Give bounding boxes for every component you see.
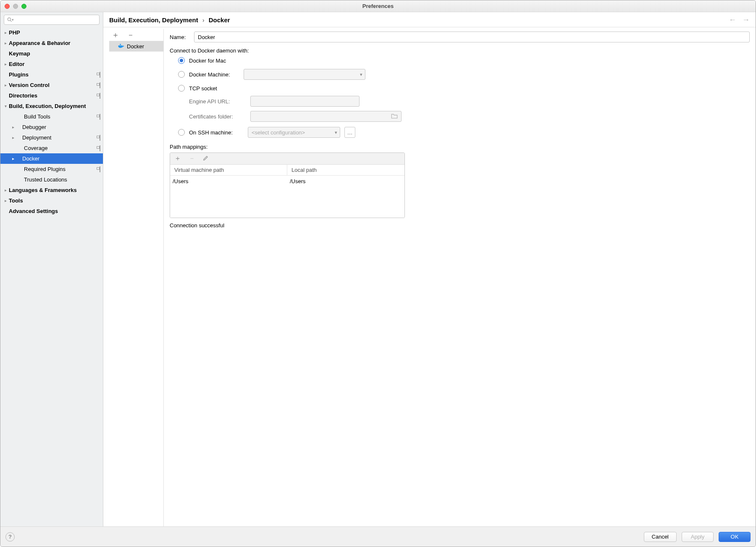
table-row[interactable]: /Users /Users: [170, 176, 404, 187]
chevron-right-icon: ▸: [10, 135, 16, 140]
project-scope-icon: [100, 167, 100, 172]
ok-button[interactable]: OK: [719, 532, 751, 542]
nav-back-button[interactable]: ←: [729, 16, 736, 24]
nav-forward-button[interactable]: →: [742, 16, 750, 24]
add-mapping-button[interactable]: ＋: [174, 154, 181, 163]
ssh-config-placeholder: <select configuration>: [252, 129, 305, 136]
sidebar-item-label: Build, Execution, Deployment: [9, 103, 86, 109]
project-scope-icon: [100, 72, 100, 77]
sidebar-item-version-control[interactable]: ▸Version Control: [0, 80, 103, 90]
certs-folder-label: Certificates folder:: [189, 113, 244, 120]
cell-local-path: /Users: [287, 176, 404, 187]
project-scope-icon: [100, 114, 100, 119]
chevron-right-icon: ›: [202, 16, 205, 24]
sidebar-item-label: Languages & Frameworks: [9, 187, 77, 193]
svg-rect-5: [120, 44, 121, 45]
edit-mapping-button[interactable]: [203, 155, 209, 162]
sidebar-item-coverage[interactable]: Coverage: [0, 143, 103, 153]
docker-machine-select[interactable]: ▾: [244, 69, 365, 80]
svg-point-0: [8, 18, 10, 21]
sidebar-item-label: Tools: [9, 197, 23, 204]
breadcrumb-parent[interactable]: Build, Execution, Deployment: [109, 16, 198, 24]
server-list-item[interactable]: Docker: [109, 41, 163, 52]
sidebar-item-build-tools[interactable]: Build Tools: [0, 111, 103, 122]
ssh-more-button[interactable]: …: [344, 127, 355, 138]
radio-ssh-label: On SSH machine:: [189, 129, 244, 136]
cancel-button[interactable]: Cancel: [644, 532, 677, 542]
sidebar-item-keymap[interactable]: Keymap: [0, 48, 103, 59]
preferences-window: Preferences ▾ ▸PHP▸Appearance & Behavior…: [0, 0, 756, 547]
sidebar-item-label: Plugins: [9, 71, 29, 78]
sidebar-item-tools[interactable]: ▸Tools: [0, 195, 103, 206]
sidebar-item-editor[interactable]: ▸Editor: [0, 59, 103, 69]
radio-tcp-socket[interactable]: [178, 85, 185, 92]
project-scope-icon: [100, 135, 100, 140]
radio-docker-for-mac-label: Docker for Mac: [189, 58, 226, 64]
sidebar-item-trusted-locations[interactable]: Trusted Locations: [0, 174, 103, 185]
chevron-down-icon: ▾: [360, 72, 362, 77]
sidebar-item-debugger[interactable]: ▸Debugger: [0, 122, 103, 132]
ssh-config-select[interactable]: <select configuration> ▾: [248, 127, 340, 138]
radio-tcp-socket-label: TCP socket: [189, 85, 217, 92]
path-mappings-label: Path mappings:: [170, 144, 750, 150]
engine-url-field[interactable]: [250, 96, 360, 107]
help-button[interactable]: ?: [5, 532, 15, 542]
apply-button[interactable]: Apply: [682, 532, 714, 542]
sidebar-item-php[interactable]: ▸PHP: [0, 27, 103, 38]
remove-mapping-button[interactable]: －: [189, 154, 195, 163]
settings-sidebar: ▾ ▸PHP▸Appearance & BehaviorKeymap▸Edito…: [0, 12, 103, 526]
chevron-right-icon: ▸: [2, 30, 9, 35]
sidebar-item-label: Build Tools: [24, 113, 50, 120]
folder-icon[interactable]: [391, 113, 398, 120]
col-local-path: Local path: [287, 165, 404, 175]
search-input[interactable]: ▾: [4, 15, 100, 25]
sidebar-item-languages-frameworks[interactable]: ▸Languages & Frameworks: [0, 185, 103, 195]
sidebar-item-directories[interactable]: Directories: [0, 90, 103, 101]
project-scope-icon: [100, 83, 100, 88]
dialog-footer: ? Cancel Apply OK: [0, 526, 756, 547]
chevron-right-icon: ▸: [2, 188, 9, 192]
sidebar-item-label: Required Plugins: [24, 166, 66, 172]
sidebar-item-label: Editor: [9, 61, 25, 67]
sidebar-item-deployment[interactable]: ▸Deployment: [0, 132, 103, 143]
breadcrumb: Build, Execution, Deployment › Docker: [109, 16, 230, 24]
server-list-panel: ＋ － Docker: [109, 29, 164, 526]
search-field[interactable]: [16, 17, 97, 23]
sidebar-item-label: Keymap: [9, 50, 30, 57]
search-dropdown-icon[interactable]: ▾: [12, 18, 14, 22]
chevron-right-icon: ▸: [10, 156, 16, 161]
radio-docker-for-mac[interactable]: [178, 57, 185, 64]
name-field[interactable]: [194, 32, 750, 42]
radio-docker-machine[interactable]: [178, 71, 185, 78]
sidebar-item-label: Coverage: [24, 145, 47, 151]
server-list-item-label: Docker: [127, 43, 144, 50]
sidebar-item-appearance-behavior[interactable]: ▸Appearance & Behavior: [0, 38, 103, 48]
divider: [103, 27, 756, 27]
chevron-right-icon: ▸: [2, 41, 9, 45]
cell-vm-path: /Users: [170, 176, 287, 187]
settings-content: Build, Execution, Deployment › Docker ← …: [103, 12, 756, 526]
sidebar-item-required-plugins[interactable]: Required Plugins: [0, 164, 103, 174]
sidebar-item-label: PHP: [9, 29, 20, 36]
col-vm-path: Virtual machine path: [170, 165, 287, 175]
window-title: Preferences: [0, 3, 756, 9]
radio-ssh[interactable]: [178, 129, 185, 136]
sidebar-item-docker[interactable]: ▸Docker: [0, 153, 103, 164]
connection-status: Connection successful: [170, 222, 750, 229]
sidebar-item-label: Advanced Settings: [9, 208, 58, 214]
sidebar-item-plugins[interactable]: Plugins: [0, 69, 103, 80]
radio-docker-machine-label: Docker Machine:: [189, 71, 239, 78]
remove-server-button[interactable]: －: [127, 30, 134, 40]
sidebar-item-label: Appearance & Behavior: [9, 40, 71, 46]
name-label: Name:: [170, 34, 188, 40]
chevron-down-icon: ▾: [2, 104, 9, 108]
sidebar-item-build-execution-deployment[interactable]: ▾Build, Execution, Deployment: [0, 101, 103, 111]
connect-section-label: Connect to Docker daemon with:: [170, 47, 750, 54]
chevron-right-icon: ▸: [10, 125, 16, 129]
sidebar-item-advanced-settings[interactable]: Advanced Settings: [0, 206, 103, 216]
add-server-button[interactable]: ＋: [112, 30, 119, 40]
certs-folder-field[interactable]: [250, 111, 402, 122]
sidebar-item-label: Docker: [22, 155, 39, 162]
settings-tree: ▸PHP▸Appearance & BehaviorKeymap▸EditorP…: [0, 27, 103, 526]
chevron-right-icon: ▸: [2, 83, 9, 87]
